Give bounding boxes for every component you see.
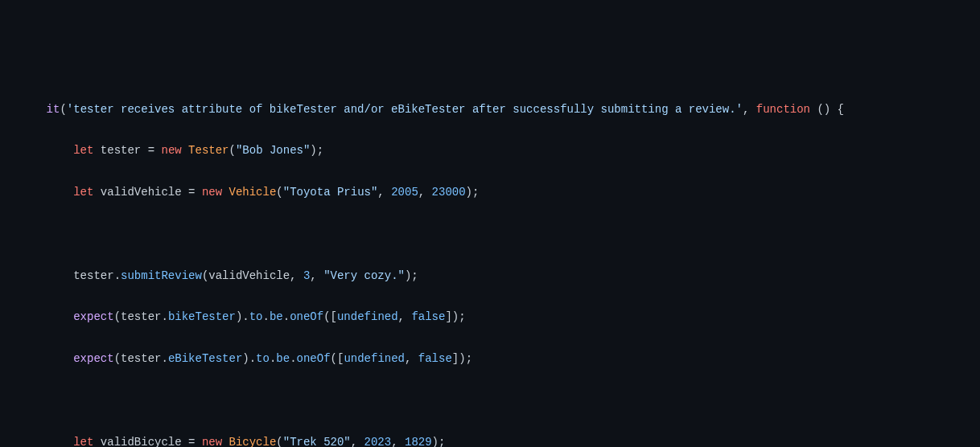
function-call: it [47,103,60,116]
string-literal: 'tester receives attribute of bikeTester… [67,103,743,116]
class-name: Tester [188,144,229,157]
blank-line [19,224,961,245]
code-line: tester.submitReview(validVehicle, 3, "Ve… [19,266,961,287]
code-line: let tester = new Tester("Bob Jones"); [19,141,961,162]
code-block: it('tester receives attribute of bikeTes… [19,100,961,447]
code-line: expect(tester.eBikeTester).to.be.oneOf([… [19,349,961,370]
code-line: expect(tester.bikeTester).to.be.oneOf([u… [19,307,961,328]
blank-line [19,391,961,412]
code-line: let validVehicle = new Vehicle("Toyota P… [19,182,961,203]
keyword: new [161,144,181,157]
keyword: function [756,103,810,116]
keyword: let [73,144,93,157]
code-line: it('tester receives attribute of bikeTes… [19,100,961,121]
code-line: let validBicycle = new Bicycle("Trek 520… [19,433,961,447]
